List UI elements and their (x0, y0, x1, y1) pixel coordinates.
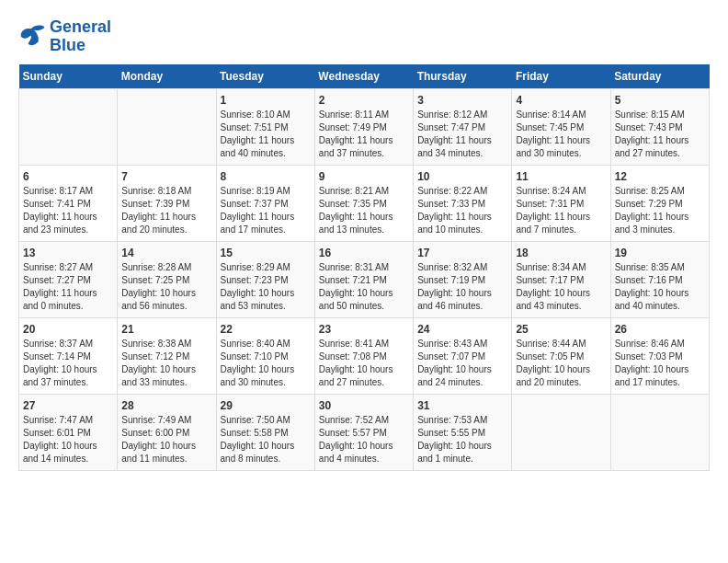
day-info: Sunrise: 7:49 AM Sunset: 6:00 PM Dayligh… (121, 414, 211, 465)
day-info: Sunrise: 8:19 AM Sunset: 7:37 PM Dayligh… (221, 185, 311, 236)
day-number: 20 (23, 323, 113, 336)
logo-icon (18, 24, 46, 50)
day-info: Sunrise: 8:29 AM Sunset: 7:23 PM Dayligh… (221, 261, 311, 313)
day-info: Sunrise: 8:17 AM Sunset: 7:41 PM Dayligh… (23, 185, 113, 236)
day-number: 26 (615, 323, 705, 336)
day-header-saturday: Saturday (610, 64, 709, 89)
day-info: Sunrise: 7:50 AM Sunset: 5:58 PM Dayligh… (221, 414, 311, 465)
day-info: Sunrise: 8:24 AM Sunset: 7:31 PM Dayligh… (516, 185, 606, 236)
calendar-cell: 14Sunrise: 8:28 AM Sunset: 7:25 PM Dayli… (118, 241, 216, 317)
logo-text: General Blue (50, 18, 111, 55)
calendar-cell: 11Sunrise: 8:24 AM Sunset: 7:31 PM Dayli… (512, 165, 610, 241)
day-number: 27 (23, 399, 113, 412)
day-number: 9 (319, 170, 409, 183)
day-info: Sunrise: 8:41 AM Sunset: 7:08 PM Dayligh… (319, 338, 409, 389)
day-number: 10 (417, 170, 507, 183)
day-info: Sunrise: 7:52 AM Sunset: 5:57 PM Dayligh… (319, 414, 409, 465)
day-info: Sunrise: 8:38 AM Sunset: 7:12 PM Dayligh… (121, 338, 211, 389)
calendar-cell: 16Sunrise: 8:31 AM Sunset: 7:21 PM Dayli… (314, 241, 413, 317)
calendar-week-row: 6Sunrise: 8:17 AM Sunset: 7:41 PM Daylig… (19, 165, 710, 241)
calendar-cell: 7Sunrise: 8:18 AM Sunset: 7:39 PM Daylig… (118, 165, 216, 241)
calendar-cell: 29Sunrise: 7:50 AM Sunset: 5:58 PM Dayli… (216, 394, 314, 470)
calendar-cell: 17Sunrise: 8:32 AM Sunset: 7:19 PM Dayli… (414, 241, 512, 317)
calendar-cell: 13Sunrise: 8:27 AM Sunset: 7:27 PM Dayli… (19, 241, 118, 317)
calendar-week-row: 20Sunrise: 8:37 AM Sunset: 7:14 PM Dayli… (19, 317, 710, 394)
day-info: Sunrise: 8:15 AM Sunset: 7:43 PM Dayligh… (615, 109, 705, 160)
calendar-week-row: 27Sunrise: 7:47 AM Sunset: 6:01 PM Dayli… (19, 394, 710, 470)
calendar-cell: 18Sunrise: 8:34 AM Sunset: 7:17 PM Dayli… (512, 241, 610, 317)
day-info: Sunrise: 8:37 AM Sunset: 7:14 PM Dayligh… (23, 338, 113, 389)
day-number: 7 (121, 170, 211, 183)
day-info: Sunrise: 8:27 AM Sunset: 7:27 PM Dayligh… (23, 261, 113, 313)
day-info: Sunrise: 8:34 AM Sunset: 7:17 PM Dayligh… (516, 261, 606, 313)
day-number: 15 (221, 247, 311, 259)
calendar-cell: 12Sunrise: 8:25 AM Sunset: 7:29 PM Dayli… (610, 165, 709, 241)
calendar-table: SundayMondayTuesdayWednesdayThursdayFrid… (18, 64, 710, 471)
day-header-tuesday: Tuesday (216, 64, 314, 89)
calendar-cell: 9Sunrise: 8:21 AM Sunset: 7:35 PM Daylig… (314, 165, 413, 241)
day-number: 21 (121, 323, 211, 336)
calendar-cell: 2Sunrise: 8:11 AM Sunset: 7:49 PM Daylig… (314, 88, 413, 165)
day-number: 30 (319, 399, 409, 412)
calendar-cell: 3Sunrise: 8:12 AM Sunset: 7:47 PM Daylig… (414, 88, 512, 165)
day-info: Sunrise: 8:31 AM Sunset: 7:21 PM Dayligh… (319, 261, 409, 313)
calendar-cell: 23Sunrise: 8:41 AM Sunset: 7:08 PM Dayli… (314, 317, 413, 394)
calendar-cell: 30Sunrise: 7:52 AM Sunset: 5:57 PM Dayli… (314, 394, 413, 470)
day-number: 31 (417, 399, 507, 412)
calendar-cell: 6Sunrise: 8:17 AM Sunset: 7:41 PM Daylig… (19, 165, 118, 241)
calendar-cell (19, 88, 118, 165)
calendar-week-row: 1Sunrise: 8:10 AM Sunset: 7:51 PM Daylig… (19, 88, 710, 165)
day-info: Sunrise: 8:14 AM Sunset: 7:45 PM Dayligh… (516, 109, 606, 160)
day-number: 18 (516, 247, 606, 259)
calendar-header-row: SundayMondayTuesdayWednesdayThursdayFrid… (19, 64, 710, 89)
day-info: Sunrise: 8:18 AM Sunset: 7:39 PM Dayligh… (121, 185, 211, 236)
day-info: Sunrise: 8:43 AM Sunset: 7:07 PM Dayligh… (417, 338, 507, 389)
day-number: 11 (516, 170, 606, 183)
day-info: Sunrise: 8:44 AM Sunset: 7:05 PM Dayligh… (516, 338, 606, 389)
calendar-cell: 27Sunrise: 7:47 AM Sunset: 6:01 PM Dayli… (19, 394, 118, 470)
day-info: Sunrise: 8:12 AM Sunset: 7:47 PM Dayligh… (417, 109, 507, 160)
day-info: Sunrise: 8:32 AM Sunset: 7:19 PM Dayligh… (417, 261, 507, 313)
calendar-cell (512, 394, 610, 470)
day-number: 19 (615, 247, 705, 259)
day-info: Sunrise: 8:11 AM Sunset: 7:49 PM Dayligh… (319, 109, 409, 160)
calendar-cell: 5Sunrise: 8:15 AM Sunset: 7:43 PM Daylig… (610, 88, 709, 165)
day-number: 2 (319, 94, 409, 107)
calendar-cell (118, 88, 216, 165)
day-number: 8 (221, 170, 311, 183)
calendar-cell (610, 394, 709, 470)
day-info: Sunrise: 8:28 AM Sunset: 7:25 PM Dayligh… (121, 261, 211, 313)
day-info: Sunrise: 8:25 AM Sunset: 7:29 PM Dayligh… (615, 185, 705, 236)
calendar-cell: 10Sunrise: 8:22 AM Sunset: 7:33 PM Dayli… (414, 165, 512, 241)
day-number: 16 (319, 247, 409, 259)
day-number: 4 (516, 94, 606, 107)
day-header-thursday: Thursday (414, 64, 512, 89)
day-info: Sunrise: 7:53 AM Sunset: 5:55 PM Dayligh… (417, 414, 507, 465)
calendar-cell: 4Sunrise: 8:14 AM Sunset: 7:45 PM Daylig… (512, 88, 610, 165)
calendar-cell: 19Sunrise: 8:35 AM Sunset: 7:16 PM Dayli… (610, 241, 709, 317)
calendar-cell: 15Sunrise: 8:29 AM Sunset: 7:23 PM Dayli… (216, 241, 314, 317)
day-number: 13 (23, 247, 113, 259)
day-info: Sunrise: 8:10 AM Sunset: 7:51 PM Dayligh… (221, 109, 311, 160)
calendar-cell: 28Sunrise: 7:49 AM Sunset: 6:00 PM Dayli… (118, 394, 216, 470)
logo: General Blue (18, 18, 111, 55)
day-info: Sunrise: 8:46 AM Sunset: 7:03 PM Dayligh… (615, 338, 705, 389)
day-info: Sunrise: 8:22 AM Sunset: 7:33 PM Dayligh… (417, 185, 507, 236)
day-info: Sunrise: 8:35 AM Sunset: 7:16 PM Dayligh… (615, 261, 705, 313)
calendar-week-row: 13Sunrise: 8:27 AM Sunset: 7:27 PM Dayli… (19, 241, 710, 317)
day-header-monday: Monday (118, 64, 216, 89)
day-header-sunday: Sunday (19, 64, 118, 89)
day-number: 25 (516, 323, 606, 336)
day-number: 1 (221, 94, 311, 107)
calendar-cell: 24Sunrise: 8:43 AM Sunset: 7:07 PM Dayli… (414, 317, 512, 394)
day-number: 28 (121, 399, 211, 412)
day-number: 24 (417, 323, 507, 336)
day-number: 6 (23, 170, 113, 183)
page-header: General Blue (18, 18, 710, 55)
day-number: 17 (417, 247, 507, 259)
calendar-cell: 31Sunrise: 7:53 AM Sunset: 5:55 PM Dayli… (414, 394, 512, 470)
day-number: 3 (417, 94, 507, 107)
calendar-cell: 1Sunrise: 8:10 AM Sunset: 7:51 PM Daylig… (216, 88, 314, 165)
calendar-cell: 26Sunrise: 8:46 AM Sunset: 7:03 PM Dayli… (610, 317, 709, 394)
day-info: Sunrise: 8:21 AM Sunset: 7:35 PM Dayligh… (319, 185, 409, 236)
